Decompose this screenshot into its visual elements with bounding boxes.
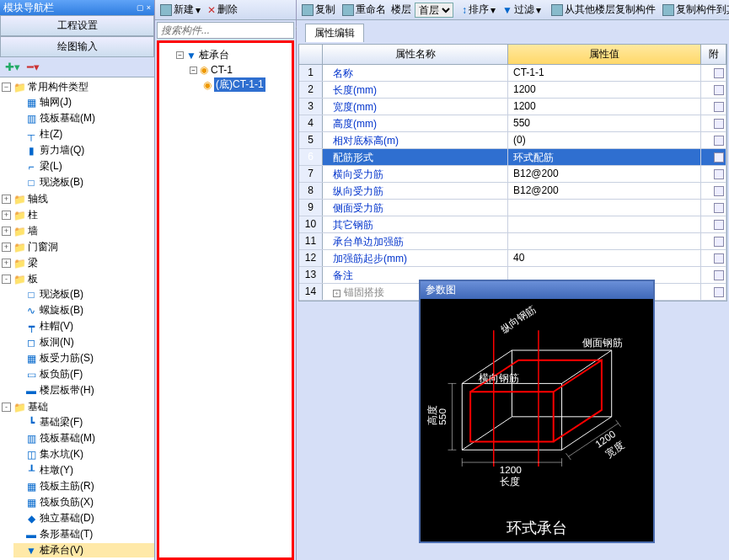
tree-item[interactable]: ▥筏板基础(M) [13, 431, 154, 445]
search-input[interactable] [158, 23, 292, 38]
param-diagram: 侧面钢筋 横向钢筋 纵向钢筋 550 高度 1200 长度 1200 宽度 [421, 299, 653, 515]
expander-icon[interactable]: − [176, 51, 184, 59]
remove-icon[interactable]: ━▾ [27, 61, 40, 73]
left-tree[interactable]: −📁常用构件类型▦轴网(J)▥筏板基础(M)┬柱(Z)▮剪力墙(Q)⌐梁(L)□… [0, 77, 154, 560]
property-row[interactable]: 7 横向受力筋 B12@200 [299, 166, 726, 183]
tree-group[interactable]: +📁柱 [2, 208, 154, 222]
property-row[interactable]: 5 相对底标高(m) (0) [299, 132, 726, 149]
panel-drawing[interactable]: 绘图输入 [0, 36, 154, 57]
copy-to-button[interactable]: 复制构件到其 [661, 2, 729, 18]
floor-select[interactable]: 首层 [415, 3, 453, 18]
copy-from-icon [551, 4, 563, 16]
ctree-child: CT-1 [211, 64, 233, 76]
tree-item[interactable]: ▬条形基础(T) [13, 527, 154, 541]
tree-item[interactable]: ⌐梁(L) [13, 159, 154, 173]
prop-tabs: 属性编辑 [298, 22, 727, 44]
svg-text:纵向钢筋: 纵向钢筋 [498, 303, 538, 336]
copy-icon [302, 4, 314, 16]
tree-item[interactable]: ┬柱(Z) [13, 127, 154, 141]
toolbar-main: 新建▾ ✕删除 [155, 0, 296, 20]
component-tree[interactable]: −▼ 桩承台 −◉ CT-1 ◉ (底)CT-1-1 [157, 40, 294, 560]
copy-to-icon [662, 4, 674, 16]
property-row[interactable]: 10 其它钢筋 [299, 216, 726, 233]
left-icon-bar: ✚▾ ━▾ [0, 57, 154, 77]
param-caption: 环式承台 [421, 515, 653, 541]
property-row[interactable]: 11 承台单边加强筋 [299, 233, 726, 250]
tree-item[interactable]: ▦轴网(J) [13, 95, 154, 109]
tree-item[interactable]: ▦筏板主筋(R) [13, 479, 154, 493]
center-column: 新建▾ ✕删除 🔍 −▼ 桩承台 −◉ CT-1 ◉ (底)CT-1-1 [155, 0, 297, 560]
filter-icon: ▼ [502, 4, 512, 16]
property-row[interactable]: 1 名称 CT-1-1 [299, 65, 726, 82]
tree-item[interactable]: □现浇板(B) [13, 287, 154, 301]
param-title: 参数图 [421, 281, 653, 299]
delete-icon: ✕ [207, 4, 216, 16]
ctree-leaf[interactable]: (底)CT-1-1 [214, 77, 265, 92]
svg-text:高度: 高度 [426, 405, 438, 425]
svg-text:侧面钢筋: 侧面钢筋 [582, 337, 623, 349]
svg-text:1200: 1200 [500, 464, 523, 476]
sort-icon: ↕ [462, 4, 467, 16]
tree-group[interactable]: +📁梁 [2, 256, 154, 270]
svg-text:横向钢筋: 横向钢筋 [479, 372, 519, 384]
panel-engineering[interactable]: 工程设置 [0, 15, 154, 36]
tree-item[interactable]: ◫集水坑(K) [13, 447, 154, 461]
col-value: 属性值 [508, 45, 701, 64]
tree-item[interactable]: ▭板负筋(F) [13, 367, 154, 381]
property-row[interactable]: 12 加强筋起步(mm) 40 [299, 250, 726, 267]
expander-icon[interactable]: − [190, 67, 197, 74]
property-grid: 属性名称 属性值 附 1 名称 CT-1-1 2 长度(mm) 1200 3 宽… [298, 44, 727, 301]
tab-property-edit[interactable]: 属性编辑 [305, 24, 364, 42]
search-box: 🔍 [157, 22, 294, 39]
property-row[interactable]: 4 高度(mm) 550 [299, 115, 726, 132]
delete-button[interactable]: ✕删除 [206, 2, 239, 18]
tree-group[interactable]: +📁门窗洞 [2, 240, 154, 254]
tree-item[interactable]: ▥筏板基础(M) [13, 111, 154, 125]
nav-header: 模块导航栏 ▢ × [0, 0, 154, 15]
sort-button[interactable]: ↕排序▾ [460, 2, 497, 18]
copy-button[interactable]: 复制 [300, 2, 337, 18]
parameter-diagram-panel[interactable]: 参数图 侧面钢筋 横向钢筋 纵向钢筋 550 高度 1200 [419, 280, 655, 543]
tree-item[interactable]: ◆独立基础(D) [13, 511, 154, 525]
tree-item[interactable]: ▼桩承台(V) [13, 543, 154, 557]
tree-group[interactable]: +📁墙 [2, 224, 154, 238]
filter-button[interactable]: ▼过滤▾ [501, 2, 543, 18]
nav-title: 模块导航栏 [3, 1, 54, 15]
tree-item[interactable]: ∿螺旋板(B) [13, 303, 154, 317]
col-name: 属性名称 [323, 45, 508, 64]
new-icon [160, 4, 172, 16]
tree-group[interactable]: -📁基础 [2, 400, 154, 414]
nav-pin-icon[interactable]: ▢ × [137, 3, 151, 12]
tree-item[interactable]: □现浇板(B) [13, 175, 154, 189]
left-column: 模块导航栏 ▢ × 工程设置 绘图输入 ✚▾ ━▾ −📁常用构件类型▦轴网(J)… [0, 0, 155, 560]
svg-text:长度: 长度 [500, 476, 520, 488]
ctree-root: 桩承台 [199, 48, 229, 62]
floor-label: 楼层 [391, 3, 411, 17]
add-icon[interactable]: ✚▾ [5, 61, 20, 73]
tree-item[interactable]: ▦板受力筋(S) [13, 351, 154, 365]
toolbar-secondary: 复制 重命名 楼层 首层 ↕排序▾ ▼过滤▾ 从其他楼层复制构件 复制构件到其 [297, 0, 729, 20]
tree-group[interactable]: -📁板 [2, 272, 154, 286]
tree-item[interactable]: ┯柱帽(V) [13, 319, 154, 333]
copy-from-button[interactable]: 从其他楼层复制构件 [549, 2, 657, 18]
rename-icon [342, 4, 354, 16]
property-row[interactable]: 9 侧面受力筋 [299, 200, 726, 216]
tree-item[interactable]: ◻板洞(N) [13, 335, 154, 349]
col-extra: 附 [701, 45, 726, 64]
property-row[interactable]: 8 纵向受力筋 B12@200 [299, 183, 726, 200]
tree-item[interactable]: ▦筏板负筋(X) [13, 495, 154, 509]
tree-item[interactable]: ┸柱墩(Y) [13, 463, 154, 477]
property-row[interactable]: 2 长度(mm) 1200 [299, 82, 726, 99]
tree-item[interactable]: ▬楼层板带(H) [13, 383, 154, 397]
property-grid-header: 属性名称 属性值 附 [299, 45, 726, 65]
tree-item[interactable]: ┗基础梁(F) [13, 415, 154, 429]
tree-item[interactable]: ▮剪力墙(Q) [13, 143, 154, 157]
tree-group[interactable]: +📁轴线 [2, 192, 154, 206]
property-row[interactable]: 3 宽度(mm) 1200 [299, 99, 726, 115]
new-button[interactable]: 新建▾ [158, 2, 202, 18]
property-row[interactable]: 6 配筋形式 环式配筋 [299, 149, 726, 166]
rename-button[interactable]: 重命名 [340, 2, 388, 18]
